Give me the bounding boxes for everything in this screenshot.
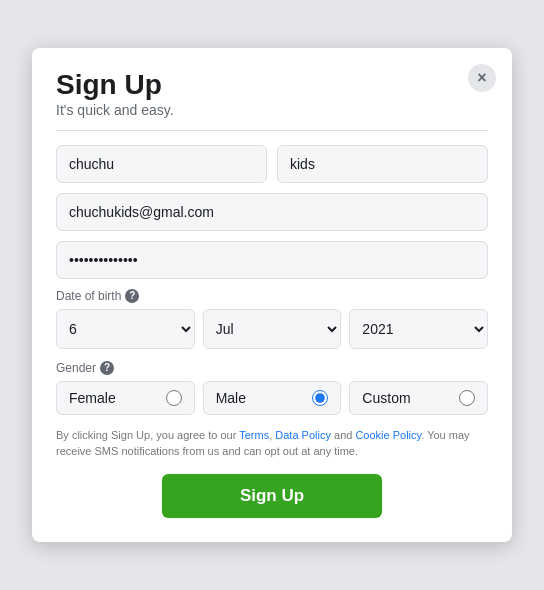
signup-button[interactable]: Sign Up <box>162 474 382 518</box>
dob-help-icon[interactable]: ? <box>125 289 139 303</box>
dob-month-select[interactable]: JanFebMar AprMayJun JulAugSep OctNovDec <box>203 309 342 349</box>
gender-section: Gender ? Female Male Custom <box>56 361 488 415</box>
email-input[interactable] <box>56 193 488 231</box>
name-row <box>56 145 488 183</box>
dob-year-select[interactable]: 20242023 20222021 20202019 20182017 2016… <box>349 309 488 349</box>
dob-label: Date of birth ? <box>56 289 488 303</box>
data-policy-link[interactable]: Data Policy <box>275 429 331 441</box>
gender-male-radio[interactable] <box>312 390 328 406</box>
gender-female-option[interactable]: Female <box>56 381 195 415</box>
gender-custom-radio[interactable] <box>459 390 475 406</box>
modal-title: Sign Up <box>56 68 488 102</box>
gender-male-option[interactable]: Male <box>203 381 342 415</box>
email-row <box>56 193 488 231</box>
gender-help-icon[interactable]: ? <box>100 361 114 375</box>
dob-label-text: Date of birth <box>56 289 121 303</box>
modal-header: Sign Up It's quick and easy. <box>56 68 488 118</box>
dob-row: 6 123 457 8910 111213 141516 171819 2021… <box>56 309 488 349</box>
password-row <box>56 241 488 279</box>
close-button[interactable]: × <box>468 64 496 92</box>
signup-modal: Sign Up It's quick and easy. × Date of b… <box>32 48 512 542</box>
first-name-input[interactable] <box>56 145 267 183</box>
gender-custom-label: Custom <box>362 390 410 406</box>
gender-female-label: Female <box>69 390 116 406</box>
dob-day-select[interactable]: 6 123 457 8910 111213 141516 171819 2021… <box>56 309 195 349</box>
gender-male-label: Male <box>216 390 246 406</box>
last-name-input[interactable] <box>277 145 488 183</box>
cookie-policy-link[interactable]: Cookie Policy <box>355 429 421 441</box>
gender-custom-option[interactable]: Custom <box>349 381 488 415</box>
dob-section: Date of birth ? 6 123 457 8910 111213 14… <box>56 289 488 349</box>
modal-subtitle: It's quick and easy. <box>56 102 488 118</box>
terms-text: By clicking Sign Up, you agree to our Te… <box>56 427 488 460</box>
gender-female-radio[interactable] <box>166 390 182 406</box>
gender-label-text: Gender <box>56 361 96 375</box>
divider <box>56 130 488 131</box>
gender-label: Gender ? <box>56 361 488 375</box>
modal-overlay: Sign Up It's quick and easy. × Date of b… <box>0 0 544 590</box>
terms-link[interactable]: Terms <box>239 429 269 441</box>
password-input[interactable] <box>56 241 488 279</box>
gender-options-row: Female Male Custom <box>56 381 488 415</box>
